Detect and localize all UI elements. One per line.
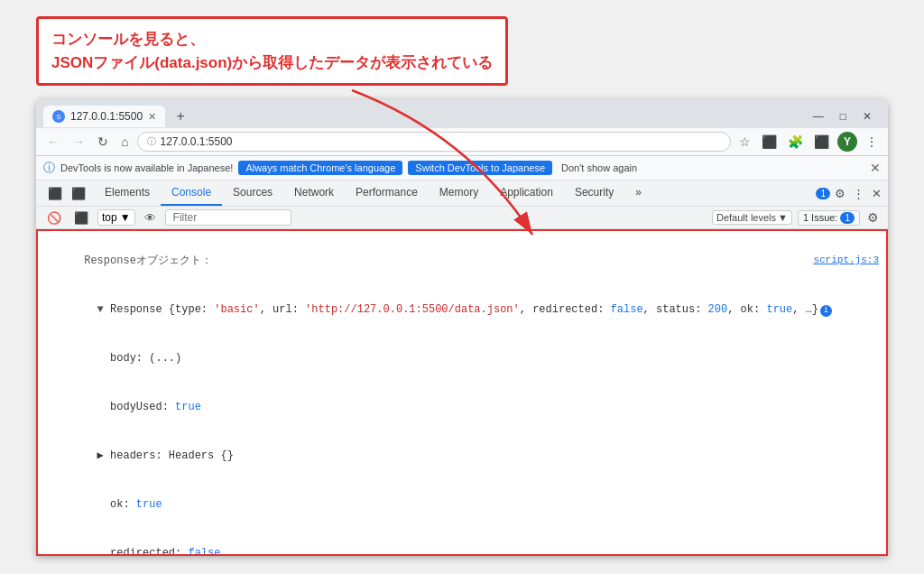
close-window-button[interactable]: ✕ — [857, 108, 877, 125]
switch-devtools-button[interactable]: Switch DevTools to Japanese — [408, 161, 552, 175]
context-dropdown[interactable]: top ▼ — [97, 209, 135, 226]
toolbar-icons: ☆ ⬛ 🧩 ⬛ Y ⋮ — [736, 132, 881, 152]
issue-count: 1 — [840, 212, 855, 224]
profile-avatar[interactable]: Y — [837, 132, 857, 152]
annotation-text-line1: コンソールを見ると、 — [51, 28, 493, 51]
more-icon[interactable]: ⋮ — [863, 133, 881, 151]
cast-icon[interactable]: ⬛ — [759, 133, 780, 151]
response-label-line: Responseオブジェクト：script.js:3 — [45, 236, 879, 285]
default-levels-chevron: ▼ — [778, 212, 788, 223]
annotation-box: コンソールを見ると、 JSONファイル(data.json)から取得したデータが… — [36, 16, 508, 86]
response-label-text: Responseオブジェクト： — [84, 255, 212, 267]
response-arrow: ▼ — [84, 303, 110, 316]
devtools-right-icons: 1 ⚙ ⋮ ✕ — [816, 185, 884, 202]
devtools-close-icon[interactable]: ✕ — [869, 185, 884, 202]
devtools-tabs-bar: ⬛ ⬛ Elements Console Sources Network Per… — [36, 181, 888, 207]
console-toolbar: 🚫 ⬛ top ▼ 👁 Default levels ▼ 1 Issue: 1 … — [36, 207, 888, 229]
window-controls: — □ ✕ — [808, 108, 881, 125]
eye-icon[interactable]: 👁 — [141, 209, 160, 227]
tab-application[interactable]: Application — [489, 181, 564, 206]
maximize-button[interactable]: □ — [835, 108, 852, 125]
default-levels-label: Default levels — [716, 212, 776, 223]
security-lock-icon: ⓘ — [147, 135, 156, 148]
inspect-icon[interactable]: ⬛ — [45, 185, 65, 202]
title-bar: S 127.0.0.1:5500 ✕ + — □ ✕ — [36, 99, 888, 128]
console-right-area: Default levels ▼ 1 Issue: 1 ⚙ — [712, 208, 881, 227]
home-button[interactable]: ⌂ — [117, 133, 132, 151]
url-text: 127.0.0.1:5500 — [160, 135, 232, 148]
console-settings-icon[interactable]: ⚙ — [865, 208, 881, 227]
response-info-icon[interactable]: i — [820, 305, 832, 317]
headers-line: ▶ headers: Headers {} — [45, 431, 879, 480]
tab-close-btn[interactable]: ✕ — [148, 111, 156, 123]
address-bar: ← → ↻ ⌂ ⓘ 127.0.0.1:5500 ☆ ⬛ 🧩 ⬛ Y ⋮ — [36, 128, 888, 156]
notify-info-icon: ⓘ — [43, 160, 55, 176]
devtools-left-icons: ⬛ ⬛ — [40, 185, 94, 202]
tab-more[interactable]: » — [624, 181, 652, 206]
issue-label: 1 Issue: — [803, 212, 838, 223]
filter-icon[interactable]: ⬛ — [70, 209, 92, 227]
default-levels-dropdown[interactable]: Default levels ▼ — [712, 210, 792, 225]
body-line: body: (...) — [45, 334, 879, 383]
script-ref-1[interactable]: script.js:3 — [813, 253, 879, 268]
devtools-more-icon[interactable]: ⋮ — [850, 185, 867, 202]
tab-performance[interactable]: Performance — [345, 181, 429, 206]
tab-sources[interactable]: Sources — [222, 181, 283, 206]
tab-network[interactable]: Network — [283, 181, 345, 206]
browser-window: S 127.0.0.1:5500 ✕ + — □ ✕ ← → ↻ ⌂ ⓘ 127… — [36, 99, 888, 556]
filter-input[interactable] — [165, 209, 291, 226]
browser-tab[interactable]: S 127.0.0.1:5500 ✕ — [43, 106, 165, 127]
url-bar[interactable]: ⓘ 127.0.0.1:5500 — [137, 132, 731, 152]
devtools-badge: 1 — [816, 188, 830, 199]
dont-show-again-link[interactable]: Don't show again — [561, 162, 637, 173]
bodyUsed-line: bodyUsed: true — [45, 383, 879, 431]
response-object-line: ▼ Response {type: 'basic', url: 'http://… — [45, 285, 879, 334]
response-type-key: type: — [175, 303, 214, 316]
context-chevron: ▼ — [120, 211, 131, 224]
extensions-icon[interactable]: 🧩 — [785, 133, 806, 151]
tab-security[interactable]: Security — [564, 181, 624, 206]
notify-close-button[interactable]: ✕ — [870, 161, 881, 175]
ok-line: ok: true — [45, 480, 879, 529]
apps-icon[interactable]: ⬛ — [811, 133, 832, 151]
tab-title: 127.0.0.1:5500 — [70, 110, 143, 123]
tab-favicon: S — [52, 110, 65, 123]
forward-button[interactable]: → — [69, 133, 88, 151]
tab-memory[interactable]: Memory — [429, 181, 489, 206]
devtools-gear-icon[interactable]: ⚙ — [832, 185, 848, 202]
bookmark-icon[interactable]: ☆ — [736, 133, 753, 151]
context-label: top — [102, 211, 117, 224]
tab-console[interactable]: Console — [161, 181, 222, 206]
minimize-button[interactable]: — — [808, 108, 829, 125]
console-output: Responseオブジェクト：script.js:3 ▼ Response {t… — [36, 229, 888, 556]
notify-text: DevTools is now available in Japanese! — [60, 162, 233, 173]
reload-button[interactable]: ↻ — [94, 133, 112, 151]
device-icon[interactable]: ⬛ — [69, 185, 88, 202]
tab-elements[interactable]: Elements — [94, 181, 161, 206]
issue-badge: 1 Issue: 1 — [798, 210, 860, 226]
devtools-notify-bar: ⓘ DevTools is now available in Japanese!… — [36, 156, 888, 181]
new-tab-button[interactable]: + — [169, 105, 192, 128]
response-type-val: 'basic' — [214, 303, 259, 316]
annotation-text-line2: JSONファイル(data.json)から取得したデータが表示されている — [51, 51, 493, 75]
response-keyword: Response { — [110, 303, 175, 316]
back-button[interactable]: ← — [43, 133, 63, 151]
clear-console-icon[interactable]: 🚫 — [43, 209, 65, 227]
always-match-button[interactable]: Always match Chrome's language — [238, 161, 402, 175]
redirected-line: redirected: false — [45, 529, 879, 556]
